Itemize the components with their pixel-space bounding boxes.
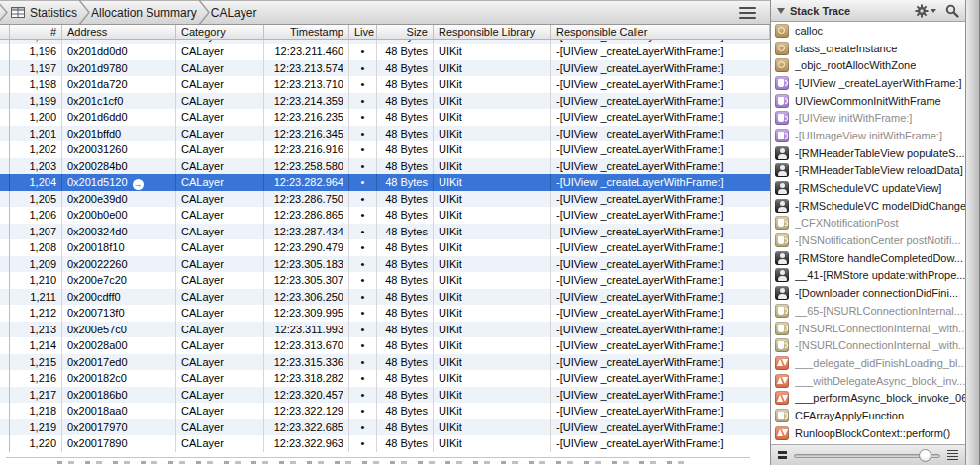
breadcrumb-item-allocation-summary[interactable]: Allocation Summary: [90, 6, 198, 20]
table-row[interactable]: 1,2040x201d5120→CALayer12:23.282.964•48 …: [0, 174, 770, 191]
stack-frame[interactable]: _objc_rootAllocWithZone: [771, 56, 965, 74]
cell-address: 0x200cdff0: [62, 289, 176, 306]
stack-frame[interactable]: -[Downloader connectionDidFini...: [771, 284, 965, 302]
stack-frame-label: -[RMHeaderTableView populateS...: [795, 147, 965, 159]
cell-size: 48 Bytes: [377, 44, 434, 60]
cell-category: CALayer: [176, 207, 264, 224]
breadcrumb-item-calayer[interactable]: CALayer: [210, 6, 258, 20]
list-menu-icon[interactable]: [739, 7, 756, 19]
user-code-icon: [775, 199, 789, 213]
table-row[interactable]: 1,2010x201bffd0CALayer12:23.216.345•48 B…: [0, 126, 770, 142]
cell-timestamp: 12:23.282.964: [264, 174, 349, 191]
stack-depth-slider[interactable]: [794, 449, 940, 462]
disclosure-triangle-icon[interactable]: [777, 8, 785, 14]
table-row[interactable]: 1,2000x201d6dd0CALayer12:23.216.235•48 B…: [0, 109, 770, 126]
cell-timestamp: 12:23.216.235: [264, 109, 349, 126]
foundation-framework-icon: [775, 322, 789, 335]
cell-category: CALayer: [176, 256, 264, 273]
row-gutter: [0, 370, 10, 387]
window-edge: [965, 0, 980, 465]
cell-caller: -[UIView _createLayerWithFrame:]: [551, 174, 770, 191]
cell-size: 48 Bytes: [377, 370, 434, 387]
table-row[interactable]: 1,2120x200713f0CALayer12:23.309.995•48 B…: [0, 305, 770, 322]
table-row[interactable]: 1,2150x20017ed0CALayer12:23.315.336•48 B…: [0, 354, 770, 371]
table-row[interactable]: 1,2190x20017970CALayer12:23.322.685•48 B…: [0, 419, 770, 436]
column-header-responsible-caller[interactable]: Responsible Caller: [551, 25, 770, 39]
table-bottom-divider: [6, 457, 750, 458]
cell-library: UIKit: [434, 158, 551, 175]
table-row[interactable]: 1,2100x200e7c20CALayer12:23.305.307•48 B…: [0, 272, 770, 289]
slider-knob[interactable]: [919, 449, 931, 462]
detail-disclosure-icon[interactable]: →: [133, 179, 144, 190]
column-header-size[interactable]: Size: [377, 25, 434, 39]
table-row[interactable]: 1,2160x200182c0CALayer12:23.318.282•48 B…: [0, 370, 770, 387]
stack-frame[interactable]: ___withDelegateAsync_block_inv...: [771, 372, 965, 390]
column-header-live[interactable]: Live: [349, 25, 377, 39]
stack-frame[interactable]: -[RMScheduleVC updateView]: [771, 179, 965, 197]
table-row[interactable]: 1,1960x201dd0d0CALayer12:23.211.460•48 B…: [0, 44, 770, 60]
table-row[interactable]: 1,2130x200e57c0CALayer12:23.311.993•48 B…: [0, 322, 770, 338]
table-row[interactable]: 1,2080x20018f10CALayer12:23.290.479•48 B…: [0, 239, 770, 256]
gear-menu-button[interactable]: [915, 4, 936, 18]
cell-num: 1,205: [10, 191, 62, 208]
cell-category: CALayer: [176, 419, 264, 436]
table-row[interactable]: 1,2090x20022260CALayer12:23.305.183•48 B…: [0, 256, 770, 273]
cell-num: 1,209: [10, 256, 62, 273]
search-button[interactable]: [945, 4, 959, 18]
cell-size: 48 Bytes: [377, 256, 434, 273]
cell-size: 48 Bytes: [377, 224, 434, 240]
cell-size: 48 Bytes: [377, 126, 434, 142]
stack-frame[interactable]: RunloopBlockContext::perform(): [771, 424, 965, 442]
stack-frame[interactable]: -[RMHeaderTableView populateS...: [771, 144, 965, 162]
table-row[interactable]: 1,1990x201c1cf0CALayer12:23.214.359•48 B…: [0, 93, 770, 110]
stack-frame[interactable]: -[RMStore handleCompletedDow...: [771, 249, 965, 267]
table-row[interactable]: 1,2180x20018aa0CALayer12:23.322.129•48 B…: [0, 403, 770, 419]
column-header-category[interactable]: Category: [176, 25, 264, 39]
stack-frame[interactable]: class_createInstance: [771, 40, 965, 57]
block-invoke-icon: [775, 356, 789, 370]
table-row[interactable]: 1,2070x200324d0CALayer12:23.287.434•48 B…: [0, 224, 770, 240]
table-row[interactable]: 1,2030x200284b0CALayer12:23.258.580•48 B…: [0, 158, 770, 175]
column-header-number[interactable]: #: [10, 25, 62, 39]
stack-frame[interactable]: -[RMScheduleVC modelDidChange:]: [771, 197, 965, 215]
table-row[interactable]: 1,1970x201d9780CALayer12:23.213.574•48 B…: [0, 60, 770, 77]
table-row[interactable]: 1,2140x20028a00CALayer12:23.313.670•48 B…: [0, 337, 770, 354]
stack-frame[interactable]: -[UIImageView initWithFrame:]: [771, 127, 965, 144]
stack-frame[interactable]: _CFXNotificationPost: [771, 215, 965, 232]
cell-caller: -[UIView _createLayerWithFrame:]: [551, 289, 770, 306]
stack-frame[interactable]: __41-[RMStore update:withPrope...: [771, 267, 965, 285]
stack-frame[interactable]: -[NSURLConnectionInternal _with...: [771, 336, 965, 354]
stack-frame[interactable]: -[NSNotificationCenter postNotifi...: [771, 232, 965, 249]
stack-frame-label: -[UIView initWithFrame:]: [795, 112, 912, 124]
table-row[interactable]: 1,2050x200e39d0CALayer12:23.286.750•48 B…: [0, 191, 770, 208]
stack-frame[interactable]: ___performAsync_block_invoke_068: [771, 389, 965, 407]
stack-frame[interactable]: -[RMHeaderTableView reloadData]: [771, 162, 965, 180]
table-row[interactable]: 1,2110x200cdff0CALayer12:23.306.250•48 B…: [0, 289, 770, 306]
column-header-timestamp[interactable]: Timestamp: [264, 25, 349, 39]
cell-address: 0x201d9780: [62, 60, 176, 77]
table-row[interactable]: 1,2200x20017890CALayer12:23.322.963•48 B…: [0, 435, 770, 452]
stack-frame[interactable]: ___delegate_didFinishLoading_bl...: [771, 354, 965, 372]
table-row[interactable]: 1,2020x20031260CALayer12:23.216.916•48 B…: [0, 141, 770, 158]
cell-address: 0x20022260: [62, 256, 176, 273]
column-header-address[interactable]: Address: [62, 25, 176, 39]
stack-frame[interactable]: -[UIView _createLayerWithFrame:]: [771, 74, 965, 92]
stack-frame[interactable]: __65-[NSURLConnectionInternal...: [771, 302, 965, 320]
table-row[interactable]: 1,2170x200186b0CALayer12:23.320.457•48 B…: [0, 387, 770, 404]
stack-frame[interactable]: -[UIView initWithFrame:]: [771, 109, 965, 127]
breadcrumb-item-statistics[interactable]: Statistics: [10, 6, 78, 20]
cell-size: 48 Bytes: [377, 76, 434, 93]
stack-frame[interactable]: calloc: [771, 22, 965, 40]
cell-library: UIKit: [434, 126, 551, 142]
cell-caller: -[UIView _createLayerWithFrame:]: [551, 224, 770, 240]
breadcrumb-label: Statistics: [30, 6, 77, 20]
table-row[interactable]: 1,1980x201da720CALayer12:23.213.710•48 B…: [0, 76, 770, 93]
column-header-responsible-library[interactable]: Responsible Library: [434, 25, 551, 39]
stack-frame[interactable]: UIViewCommonInitWithFrame: [771, 92, 965, 110]
cell-address: 0x20017970: [62, 419, 176, 436]
stack-frame[interactable]: -[NSURLConnectionInternal _with...: [771, 320, 965, 337]
table-row[interactable]: 1,2060x200b0e00CALayer12:23.286.865•48 B…: [0, 207, 770, 224]
stack-frame[interactable]: CFArrayApplyFunction: [771, 407, 965, 424]
block-invoke-icon: [775, 391, 789, 405]
foundation-framework-icon: [775, 233, 789, 247]
